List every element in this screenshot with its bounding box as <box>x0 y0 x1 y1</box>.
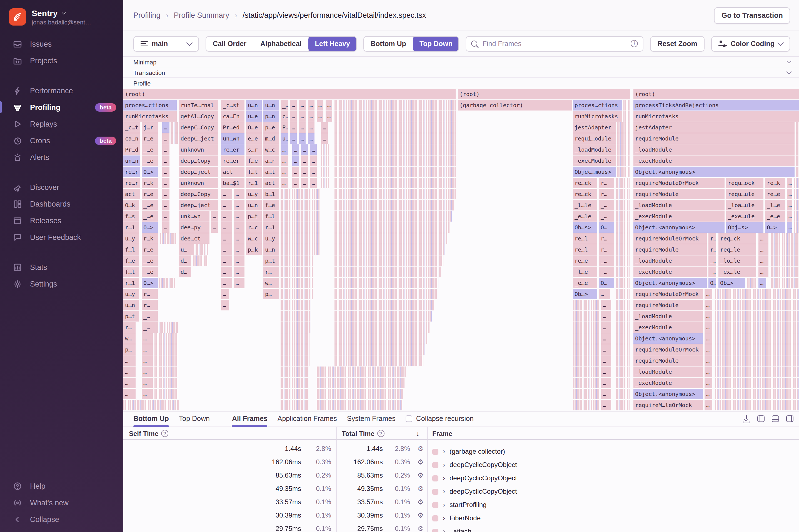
flame-frame[interactable]: req…le <box>719 244 756 255</box>
gear-icon[interactable]: ⚙ <box>414 498 423 506</box>
flame-dense-region[interactable] <box>771 244 799 255</box>
flame-frame[interactable]: … <box>787 200 792 210</box>
flame-dense-region[interactable] <box>616 300 630 310</box>
flame-frame[interactable]: … <box>221 222 232 233</box>
flame-dense-region[interactable] <box>794 211 799 222</box>
flame-dense-region[interactable] <box>715 289 799 299</box>
flame-frame[interactable]: u… <box>179 244 194 255</box>
flame-frame[interactable]: _e…e <box>765 211 785 222</box>
flame-frame[interactable]: … <box>705 344 712 355</box>
flame-frame[interactable]: getAl…Copy <box>179 111 218 121</box>
flame-frame[interactable]: a…r <box>263 155 279 166</box>
flame-dense-region[interactable] <box>281 300 311 310</box>
flame-frame[interactable]: … <box>162 155 169 166</box>
sidebar-item-replays[interactable]: Replays <box>0 115 123 132</box>
flame-frame[interactable]: proces…ctions <box>123 100 177 111</box>
flame-frame[interactable]: … <box>787 222 792 233</box>
flame-dense-region[interactable] <box>617 145 630 155</box>
flame-dense-region[interactable] <box>281 200 319 210</box>
flame-frame[interactable]: requireModuleOrMock <box>633 178 725 188</box>
flame-dense-region[interactable] <box>573 356 599 366</box>
breadcrumb-profile-summary[interactable]: Profile Summary <box>174 11 229 19</box>
flame-dense-region[interactable] <box>616 278 630 288</box>
flame-dense-region[interactable] <box>123 400 179 411</box>
flame-frame[interactable]: … <box>317 100 323 111</box>
flame-frame[interactable]: … <box>301 155 308 166</box>
layout-bottom-icon[interactable] <box>772 415 779 422</box>
flame-frame[interactable]: … <box>234 267 244 277</box>
flame-frame[interactable]: _execModule <box>633 211 725 222</box>
flame-dense-region[interactable] <box>154 366 179 377</box>
sidebar-item-dashboards[interactable]: Dashboards <box>0 195 123 212</box>
flame-frame[interactable]: f…l <box>123 244 139 255</box>
flame-frame[interactable]: deepC…Copy <box>179 122 218 133</box>
flame-frame[interactable]: deepC…ject <box>179 133 218 144</box>
flame-frame[interactable]: f…s <box>123 211 139 222</box>
flame-dense-region[interactable] <box>334 155 456 166</box>
section-profile[interactable]: Profile <box>123 78 799 88</box>
flame-frame[interactable]: requireModule <box>633 356 703 366</box>
flame-frame[interactable]: … <box>321 122 328 133</box>
flame-frame[interactable]: u…e <box>246 111 262 121</box>
flame-dense-region[interactable] <box>334 222 450 233</box>
flame-frame[interactable]: … <box>234 200 244 210</box>
flame-frame[interactable]: _… <box>142 311 158 322</box>
flame-frame[interactable]: r… <box>263 267 279 277</box>
flame-frame[interactable]: … <box>162 222 169 233</box>
tab-system-frames[interactable]: System Frames <box>347 411 396 426</box>
flame-dense-region[interactable] <box>334 244 446 255</box>
direction-bottom-up[interactable]: Bottom Up <box>364 36 413 51</box>
layout-left-icon[interactable] <box>757 415 765 422</box>
flame-frame[interactable]: r…k <box>142 233 158 244</box>
flame-dense-region[interactable] <box>281 278 313 288</box>
flame-frame[interactable]: u…n <box>246 100 262 111</box>
flame-dense-region[interactable] <box>281 267 313 277</box>
flame-frame[interactable]: … <box>705 356 712 366</box>
flame-frame[interactable]: … <box>142 333 153 344</box>
flame-frame[interactable]: jestAdapter <box>633 122 795 133</box>
gear-icon[interactable]: ⚙ <box>414 458 423 466</box>
sidebar-item-projects[interactable]: Projects <box>0 52 123 69</box>
flame-frame[interactable]: r…e <box>142 189 158 200</box>
flame-frame[interactable]: … <box>292 167 299 177</box>
flame-frame[interactable]: … <box>234 233 244 244</box>
flame-frame[interactable]: re…l <box>573 233 597 244</box>
flame-frame[interactable]: requ…ule <box>726 189 763 200</box>
flame-frame[interactable]: u…y <box>123 233 139 244</box>
table-row[interactable]: 30.39ms0.1%30.39ms0.1%⚙›FiberNode <box>123 511 799 525</box>
flame-dense-region[interactable] <box>616 378 630 388</box>
flame-frame[interactable]: … <box>758 244 768 255</box>
chevron-right-icon[interactable]: › <box>443 501 445 509</box>
flame-frame[interactable]: … <box>123 356 135 366</box>
flame-frame[interactable]: … <box>123 378 135 388</box>
flame-dense-region[interactable] <box>616 244 630 255</box>
flame-frame[interactable]: … <box>601 400 611 411</box>
flame-dense-region[interactable] <box>617 122 630 133</box>
direction-top-down[interactable]: Top Down <box>413 36 459 51</box>
flame-frame[interactable]: … <box>705 389 712 399</box>
flame-dense-region[interactable] <box>155 322 178 332</box>
flame-frame[interactable]: re…er <box>221 145 244 155</box>
flame-frame[interactable]: … <box>321 133 328 144</box>
flame-dense-region[interactable] <box>171 122 178 133</box>
flame-frame[interactable]: _e…e <box>573 278 597 288</box>
flame-dense-region[interactable] <box>616 211 630 222</box>
flame-frame[interactable]: r… <box>708 233 716 244</box>
flame-dense-region[interactable] <box>794 222 799 233</box>
flame-frame[interactable]: … <box>705 333 712 344</box>
flame-frame[interactable]: re…r <box>123 167 140 177</box>
flame-frame[interactable]: … <box>310 145 317 155</box>
flame-dense-region[interactable] <box>715 356 799 366</box>
flame-dense-region[interactable] <box>715 311 799 322</box>
flame-frame[interactable]: … <box>162 122 169 133</box>
flame-dense-region[interactable] <box>334 211 452 222</box>
tab-all-frames[interactable]: All Frames <box>232 411 267 426</box>
flame-dense-region[interactable] <box>321 145 329 155</box>
flame-dense-region[interactable] <box>796 167 799 177</box>
flame-frame[interactable]: … <box>787 178 792 188</box>
col-total-time[interactable]: Total Time? <box>342 427 385 440</box>
flame-frame[interactable]: Object.<anonymous> <box>633 333 703 344</box>
flame-frame[interactable]: runMicrotasks <box>633 111 799 121</box>
flame-frame[interactable]: … <box>234 211 244 222</box>
flame-dense-region[interactable] <box>771 233 799 244</box>
